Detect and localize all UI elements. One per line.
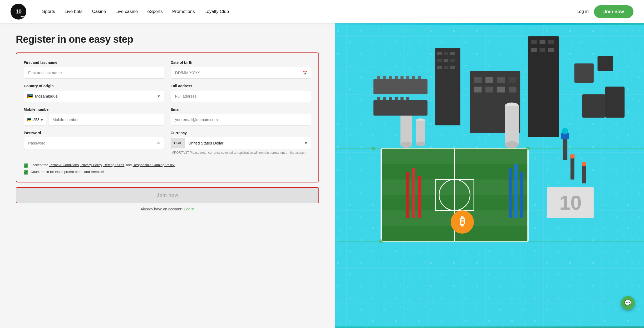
dob-input-wrap: 📅 bbox=[171, 67, 311, 79]
svg-rect-72 bbox=[389, 97, 392, 100]
svg-rect-61 bbox=[377, 76, 381, 79]
currency-select[interactable]: United States Dollar Euro British Pound bbox=[185, 137, 304, 149]
terms-checkbox[interactable] bbox=[24, 163, 28, 168]
svg-rect-16 bbox=[437, 52, 442, 55]
svg-rect-69 bbox=[373, 100, 427, 116]
dob-label: Date of birth bbox=[171, 60, 311, 65]
svg-rect-73 bbox=[395, 97, 398, 100]
svg-rect-79 bbox=[605, 87, 625, 118]
main-nav: Sports Live bets Casino Live casino eSpo… bbox=[42, 9, 577, 14]
svg-rect-78 bbox=[582, 94, 605, 118]
svg-rect-21 bbox=[450, 59, 455, 62]
svg-rect-37 bbox=[474, 87, 482, 93]
left-panel: Register in one easy step First and last… bbox=[0, 23, 335, 328]
svg-rect-62 bbox=[383, 76, 386, 79]
svg-rect-42 bbox=[401, 114, 412, 144]
first-name-input[interactable] bbox=[24, 67, 164, 79]
nav-esports[interactable]: eSports bbox=[147, 9, 163, 14]
logo-sub: BET bbox=[21, 15, 25, 18]
svg-rect-75 bbox=[406, 97, 410, 100]
svg-text:10: 10 bbox=[559, 191, 582, 214]
svg-rect-38 bbox=[486, 87, 493, 93]
logo[interactable]: 10 BET bbox=[11, 4, 26, 20]
country-flag: 🇲🇿 bbox=[27, 93, 33, 99]
main-content: Register in one easy step First and last… bbox=[0, 23, 644, 328]
svg-rect-22 bbox=[437, 66, 442, 69]
eye-icon[interactable]: 👁 bbox=[156, 141, 161, 146]
dob-group: Date of birth 📅 bbox=[171, 60, 311, 79]
join-now-form-button[interactable]: Join now bbox=[16, 187, 319, 203]
promo-checkbox[interactable] bbox=[24, 170, 28, 175]
svg-rect-30 bbox=[540, 48, 545, 52]
mobile-label: Mobile number bbox=[24, 107, 164, 112]
svg-rect-89 bbox=[582, 164, 586, 183]
svg-rect-24 bbox=[450, 66, 455, 69]
svg-rect-34 bbox=[486, 77, 493, 83]
email-input[interactable] bbox=[171, 114, 311, 126]
country-select[interactable]: Mozambique South Africa Kenya Nigeria bbox=[24, 90, 164, 102]
svg-rect-56 bbox=[418, 176, 421, 218]
svg-rect-66 bbox=[406, 76, 410, 79]
svg-point-88 bbox=[570, 154, 575, 159]
svg-rect-28 bbox=[548, 40, 554, 44]
svg-rect-63 bbox=[389, 76, 392, 79]
login-button[interactable]: Log in bbox=[577, 9, 589, 14]
svg-rect-36 bbox=[509, 77, 517, 83]
svg-rect-17 bbox=[444, 52, 449, 55]
svg-rect-74 bbox=[401, 97, 404, 100]
dob-input[interactable] bbox=[171, 67, 311, 79]
nav-live-casino[interactable]: Live casino bbox=[115, 9, 138, 14]
password-input[interactable] bbox=[24, 137, 164, 149]
country-group: Country of origin 🇲🇿 Mozambique South Af… bbox=[24, 84, 164, 102]
address-input[interactable] bbox=[171, 90, 311, 102]
phone-chevron: ∨ bbox=[41, 118, 43, 122]
country-select-wrap: 🇲🇿 Mozambique South Africa Kenya Nigeria… bbox=[24, 90, 164, 102]
nav-loyalty-club[interactable]: Loyalty Club bbox=[204, 9, 229, 14]
svg-point-90 bbox=[582, 162, 587, 166]
password-input-wrap: 👁 bbox=[24, 137, 164, 149]
svg-point-43 bbox=[401, 142, 412, 148]
svg-rect-20 bbox=[444, 59, 449, 62]
password-group: Password 👁 bbox=[24, 131, 164, 155]
svg-rect-23 bbox=[444, 66, 449, 69]
phone-prefix[interactable]: 🇲🇿+258 ∨ bbox=[24, 114, 46, 126]
svg-rect-40 bbox=[509, 87, 517, 93]
mobile-input[interactable] bbox=[48, 114, 164, 126]
join-now-header-button[interactable]: Join now bbox=[594, 5, 633, 18]
svg-rect-65 bbox=[401, 76, 404, 79]
svg-rect-58 bbox=[515, 164, 518, 218]
chat-bubble-button[interactable]: 💬 bbox=[621, 296, 635, 310]
svg-rect-33 bbox=[474, 77, 482, 83]
svg-rect-87 bbox=[571, 156, 574, 180]
terms-link[interactable]: Terms & Conditions, Privacy Policy, Bett… bbox=[49, 163, 124, 167]
nav-live-bets[interactable]: Live bets bbox=[65, 9, 82, 14]
terms-checkbox-row: I accept the Terms & Conditions, Privacy… bbox=[24, 163, 311, 168]
password-label: Password bbox=[24, 131, 164, 135]
svg-rect-12 bbox=[381, 148, 528, 164]
nav-sports[interactable]: Sports bbox=[42, 9, 55, 14]
promo-checkbox-row: Count me in for those promo alerts and f… bbox=[24, 170, 311, 175]
nav-promotions[interactable]: Promotions bbox=[172, 9, 195, 14]
currency-label: Currency bbox=[171, 131, 311, 135]
svg-rect-70 bbox=[377, 97, 381, 100]
svg-point-93 bbox=[562, 128, 568, 134]
checkbox-section: I accept the Terms & Conditions, Privacy… bbox=[24, 163, 311, 175]
svg-rect-77 bbox=[598, 56, 613, 71]
terms-text: I accept the Terms & Conditions, Privacy… bbox=[31, 163, 175, 167]
city-svg: × × □ ◇ bbox=[335, 23, 644, 328]
currency-arrow: ▼ bbox=[304, 141, 311, 145]
svg-text:₿: ₿ bbox=[460, 215, 465, 228]
calendar-icon: 📅 bbox=[302, 70, 307, 75]
responsible-gaming-link[interactable]: Responsible Gaming Policy. bbox=[133, 163, 175, 167]
registration-form: First and last name Date of birth 📅 Coun… bbox=[16, 52, 319, 182]
svg-rect-64 bbox=[395, 76, 398, 79]
svg-rect-26 bbox=[531, 40, 537, 44]
svg-rect-57 bbox=[509, 168, 512, 218]
already-account-text: Already have an account? Log in bbox=[16, 207, 319, 211]
nav-casino[interactable]: Casino bbox=[92, 9, 106, 14]
phone-row: 🇲🇿+258 ∨ bbox=[24, 114, 164, 126]
currency-badge: USD bbox=[171, 138, 185, 148]
svg-rect-45 bbox=[416, 121, 425, 144]
login-link[interactable]: Log in bbox=[184, 207, 194, 211]
svg-rect-19 bbox=[437, 59, 442, 62]
